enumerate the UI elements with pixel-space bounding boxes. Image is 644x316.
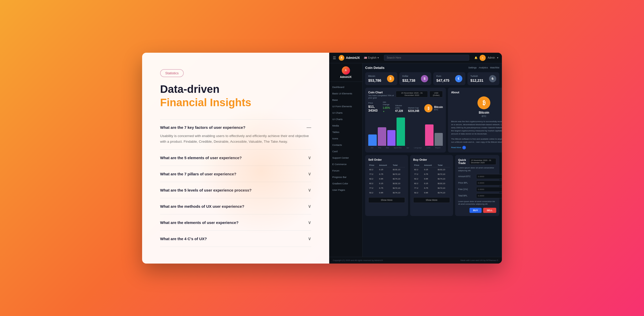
chart-coin-symbol: BTC (434, 109, 443, 111)
chart-x-label-7: Report (435, 147, 440, 149)
qt-field-1: Price BPL (458, 180, 496, 185)
hamburger-icon[interactable]: ☰ (333, 56, 336, 60)
sidebar-item-forum[interactable]: Forum (329, 167, 362, 174)
qt-label-3: Total BPL (458, 194, 476, 197)
sidebar-item-ui-charts[interactable]: UI Charts (329, 116, 362, 122)
qt-label-2: Free (1%) (458, 188, 476, 191)
qt-field-2: Free (1%) (458, 187, 496, 192)
stat-card-name-2: Euro (436, 75, 449, 77)
change-label: 24h change (383, 101, 390, 106)
qt-fields: Amount BTC Price BPL Free (1%) Total BPL (458, 174, 496, 198)
faq-question-4: What are the methods of UX user experien… (160, 204, 244, 209)
stat-card-name-0: Bitcoin (368, 75, 381, 77)
middle-row: Coin Chart You have completed 70% of you… (365, 88, 499, 152)
faq-icon-1: ∨ (308, 155, 311, 160)
search-input[interactable] (384, 55, 469, 61)
stat-card-name-3: Turkish (471, 75, 484, 77)
sell-order-title: Sell Order (368, 158, 405, 161)
stat-card-value-2: $47,475 (436, 78, 449, 83)
qt-input-1[interactable] (476, 180, 502, 185)
page-title: Coin Details (365, 66, 384, 70)
user-label: Admin (488, 56, 495, 59)
qt-actions: BUY SELL (458, 208, 496, 213)
read-more-icon: → (462, 146, 466, 149)
stat-card-icon-3: ₺ (489, 75, 496, 82)
sidebar-item-e-commerce[interactable]: E Commerce (329, 161, 362, 167)
sidebar-item-media[interactable]: Media (329, 122, 362, 129)
buy-button[interactable]: BUY (470, 208, 482, 213)
qt-input-0[interactable] (476, 174, 502, 179)
faq-header-3[interactable]: What are the 5 levels of user experience… (160, 187, 311, 193)
sidebar-item-base[interactable]: Base (329, 97, 362, 103)
faq-header-0[interactable]: What are the 7 key factors of user exper… (160, 125, 311, 130)
qt-header: Quick Trade 15 November 2020 - 31 Decemb… (458, 158, 496, 165)
stat-card-info-0: Bitcoin $53,786 (368, 75, 381, 83)
watchlist-link[interactable]: Watchlist (490, 66, 499, 69)
buy-order-row: 82.20.15$132,13 (413, 167, 450, 172)
sidebar-item-support-center[interactable]: Support Center (329, 155, 362, 161)
faq-header-5[interactable]: What are the elements of user experience… (160, 220, 311, 225)
market-cap-stat: Market Cap $219,24B (408, 107, 419, 112)
sell-button[interactable]: SELL (483, 208, 496, 213)
analytics-link[interactable]: Analytics (479, 66, 488, 69)
date-range-button[interactable]: 15 November 2020 - 31 December 2020 (396, 91, 428, 97)
qt-date-range: 15 November 2020 - 31 December 2020 (469, 158, 496, 165)
qt-input-3[interactable] (476, 193, 502, 198)
sidebar-item-dashboard[interactable]: Dashboard (329, 84, 362, 90)
chart-title: Coin Chart (368, 91, 396, 94)
qt-description: Lorem ipsum dolor sit amet consectetur a… (458, 166, 496, 172)
nav-lang[interactable]: 🇺🇸 English ▾ (364, 56, 379, 59)
faq-icon-5: ∨ (308, 220, 311, 225)
read-more-link[interactable]: Read More → (451, 146, 502, 149)
dashboard-footer: Copyright (C) 2020 and All rights reserv… (329, 257, 502, 264)
sidebar-item-progress-bar[interactable]: Progress Bar (329, 174, 362, 180)
stat-card-icon-2: € (455, 75, 462, 82)
buy-col-total: Total (437, 163, 450, 167)
sell-order-row: 82.20.15$132,13 (368, 181, 405, 186)
sidebar-item-ui-form-elements[interactable]: UI Form Elements (329, 103, 362, 110)
sidebar-item-basic-ui-elements[interactable]: Basic UI Elements (329, 90, 362, 97)
price-label: Price (368, 102, 378, 104)
faq-header-2[interactable]: What are the 7 pillars of user experienc… (160, 171, 311, 177)
stat-card-dollar: Dollar $32,738 $ (399, 72, 431, 85)
sidebar-item-contacts[interactable]: Contacts (329, 142, 362, 148)
sell-order-row: 77.20.75$172,13 (368, 186, 405, 190)
chart-area (368, 115, 443, 146)
faq-header-1[interactable]: What are the 5 elements of user experien… (160, 155, 311, 160)
qt-input-2[interactable] (476, 187, 502, 192)
faq-header-6[interactable]: What are the 4 C's of UX? ∨ (160, 236, 311, 241)
sidebar-item-card[interactable]: Card (329, 148, 362, 155)
qt-title: Quick Trade (458, 158, 469, 165)
price-value: $11, 34343 (368, 105, 378, 112)
faq-question-1: What are the 5 elements of user experien… (160, 156, 242, 160)
chart-x-label-3: Sport Rec (394, 147, 402, 149)
faq-question-0: What are the 7 key factors of user exper… (160, 125, 245, 130)
chart-x-labels: JanFebMarSport RecAprLanguageLimeReport (368, 147, 443, 149)
buy-show-more-button[interactable]: Show More (413, 197, 450, 203)
notification-icon[interactable]: 🔔 (474, 56, 477, 59)
sell-order-card: Sell Order Price Amount Total 82.20.15$1… (365, 155, 408, 216)
sidebar-item-gradient-color[interactable]: Gradient Color (329, 180, 362, 187)
sell-order-row: 82.20.15$132,13 (368, 167, 405, 172)
right-panel: ☰ A AdminUX 🇺🇸 English ▾ 🔔 A Admin ▾ (329, 53, 502, 264)
about-coin-icon: ₿ (477, 96, 490, 109)
chart-x-label-1: Feb (378, 147, 381, 149)
about-description1: Bitcoin was the first cryptocurrency to … (451, 120, 502, 136)
chart-coin-name: Bitcoin (434, 106, 443, 109)
sidebar-item-icons[interactable]: Icons (329, 135, 362, 142)
faq-question-6: What are the 4 C's of UX? (160, 237, 207, 241)
sidebar-item-tables[interactable]: Tables (329, 129, 362, 135)
stat-card-value-1: $32,738 (402, 78, 416, 83)
sell-show-more-button[interactable]: Show More (368, 197, 405, 203)
settings-link[interactable]: Settings (468, 66, 477, 69)
qt-field-3: Total BPL (458, 193, 496, 198)
chart-header: Coin Chart You have completed 70% of you… (368, 91, 443, 99)
sidebar-item-user-pages[interactable]: User Pages (329, 187, 362, 193)
buy-order-card: Buy Order Price Amount Total 82.20.15$13… (410, 155, 453, 216)
currency-button[interactable]: USD (Dollar) (429, 91, 443, 97)
faq-header-4[interactable]: What are the methods of UX user experien… (160, 203, 311, 209)
sidebar-item-ui-charts[interactable]: UI Charts (329, 110, 362, 116)
chart-subtitle: You have completed 70% of your goal (368, 94, 396, 99)
buy-order-table: Price Amount Total 82.20.15$132,1377.20.… (413, 163, 450, 195)
faq-item: What are the 7 pillars of user experienc… (160, 166, 311, 182)
